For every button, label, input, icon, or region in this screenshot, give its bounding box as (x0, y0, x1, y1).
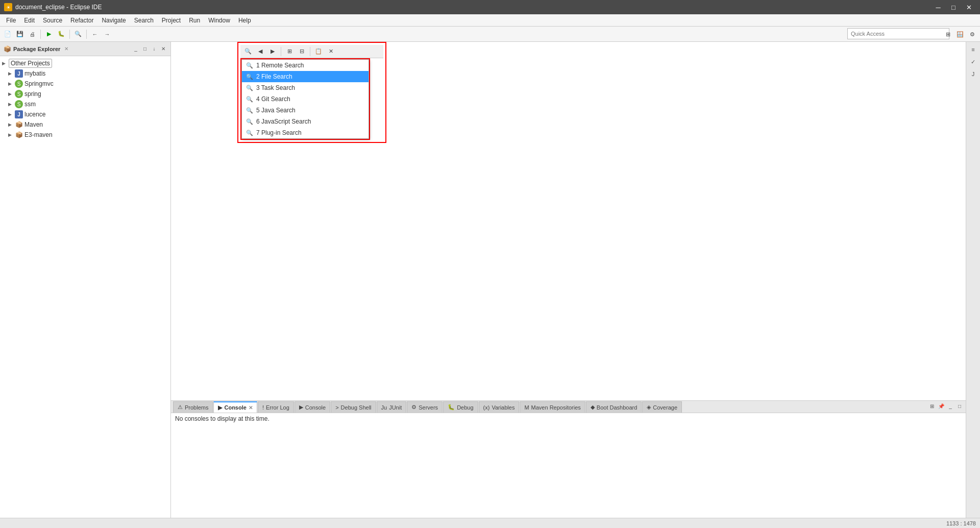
search-type-label: 3 Task Search (256, 84, 295, 91)
tree-item-other-projects[interactable]: ▶ Other Projects (0, 58, 170, 68)
tree-item-spring[interactable]: ▶ S spring (0, 89, 170, 99)
tree-item-springmvc[interactable]: ▶ S Springmvc (0, 79, 170, 89)
tab-label: Error Log (266, 404, 289, 411)
settings-button[interactable]: ⚙ (967, 29, 978, 40)
search-type-javascript[interactable]: 🔍 6 JavaScript Search (242, 116, 369, 127)
menu-help[interactable]: Help (234, 14, 255, 26)
tab-label: Servers (419, 404, 438, 411)
minimize-panel-button[interactable]: _ (132, 45, 140, 53)
run-button[interactable]: ▶ (43, 29, 55, 40)
tree-item-mybatis[interactable]: ▶ J mybatis (0, 68, 170, 79)
search-type-java[interactable]: 🔍 5 Java Search (242, 105, 369, 116)
quick-access-input[interactable] (847, 28, 949, 39)
content-area: 🔍 ◀ ▶ ⊞ ⊟ 📋 ✕ 🔍 1 Remo (171, 42, 966, 518)
tab-junit[interactable]: Ju JUnit (377, 401, 407, 413)
menu-file[interactable]: File (2, 14, 20, 26)
console-message: No consoles to display at this time. (175, 415, 270, 422)
menu-window[interactable]: Window (204, 14, 234, 26)
project-label: Springmvc (24, 80, 54, 87)
search-type-git[interactable]: 🔍 4 Git Search (242, 93, 369, 105)
menu-bar: File Edit Source Refactor Navigate Searc… (0, 14, 980, 27)
search-type-label: 4 Git Search (256, 95, 290, 103)
print-button[interactable]: 🖨 (27, 29, 38, 40)
search-tool-btn-6[interactable]: 📋 (313, 46, 324, 57)
minimize-bottom-button[interactable]: _ (946, 402, 954, 410)
project-label: lucence (24, 111, 45, 118)
menu-run[interactable]: Run (185, 14, 204, 26)
search-type-plugin[interactable]: 🔍 7 Plug-in Search (242, 127, 369, 138)
tab-boot-dashboard[interactable]: ◆ Boot Dashboard (586, 401, 642, 413)
pin-button[interactable]: 📌 (937, 402, 945, 410)
collapse-panel-button[interactable]: ↓ (150, 45, 158, 53)
search-type-task[interactable]: 🔍 3 Task Search (242, 82, 369, 93)
tab-icon: M (524, 404, 529, 411)
search-type-remote[interactable]: 🔍 1 Remote Search (242, 60, 369, 71)
save-button[interactable]: 💾 (14, 29, 26, 40)
minimize-button[interactable]: ─ (931, 2, 945, 13)
tree-item-ssm[interactable]: ▶ S ssm (0, 99, 170, 109)
menu-navigate[interactable]: Navigate (97, 14, 130, 26)
close-panel-button[interactable]: ✕ (159, 45, 167, 53)
search-tool-btn-4[interactable]: ⊞ (284, 46, 295, 57)
menu-refactor[interactable]: Refactor (66, 14, 97, 26)
toolbar: 📄 💾 🖨 ▶ 🐛 🔍 ← → ⊞ 🪟 ⚙ (0, 27, 980, 42)
tab-variables[interactable]: (x) Variables (479, 401, 520, 413)
separator (310, 47, 310, 56)
tab-maven-repositories[interactable]: M Maven Repositories (520, 401, 585, 413)
debug-button[interactable]: 🐛 (56, 29, 67, 40)
right-sidebar-btn-3[interactable]: J (968, 68, 979, 80)
tree-item-e3maven[interactable]: ▶ 📦 E3-maven (0, 130, 170, 140)
tab-debug-shell[interactable]: > Debug Shell (331, 401, 376, 413)
right-sidebar-btn-1[interactable]: ≡ (968, 44, 979, 55)
right-sidebar-btn-2[interactable]: ✓ (968, 56, 979, 67)
project-label: spring (24, 90, 41, 98)
maximize-panel-button[interactable]: □ (141, 45, 149, 53)
expand-arrow: ▶ (8, 112, 13, 117)
menu-project[interactable]: Project (158, 14, 185, 26)
search-icon: 🔍 (246, 107, 253, 114)
tab-coverage[interactable]: ◈ Coverage (642, 401, 682, 413)
left-panel: 📦 Package Explorer ✕ _ □ ↓ ✕ ▶ Other Pro… (0, 42, 171, 518)
tab-close-icon[interactable]: ✕ (249, 405, 253, 411)
new-button[interactable]: 📄 (2, 29, 13, 40)
tab-icon: ▶ (299, 404, 303, 411)
search-tool-btn-1[interactable]: 🔍 (242, 46, 254, 57)
search-tool-btn-7[interactable]: ✕ (325, 46, 336, 57)
perspective-button[interactable]: 🪟 (954, 29, 966, 40)
search-button[interactable]: 🔍 (72, 29, 84, 40)
tab-problems[interactable]: ⚠ Problems (173, 401, 213, 413)
tab-icon: (x) (483, 404, 490, 411)
tab-error-log[interactable]: ! Error Log (258, 401, 294, 413)
tab-label: Variables (492, 404, 514, 411)
tab-console[interactable]: ▶ Console ✕ (213, 401, 257, 413)
title-bar: ☀ document_eclipse - Eclipse IDE ─ □ ✕ (0, 0, 980, 14)
menu-edit[interactable]: Edit (20, 14, 39, 26)
tree-item-lucence[interactable]: ▶ J lucence (0, 109, 170, 119)
search-tool-btn-3[interactable]: ▶ (267, 46, 278, 57)
tree-item-maven[interactable]: ▶ 📦 Maven (0, 119, 170, 130)
back-button[interactable]: ← (89, 29, 101, 40)
tab-label: Console (224, 404, 246, 411)
expand-arrow: ▶ (8, 71, 13, 76)
tab-servers[interactable]: ⚙ Servers (407, 401, 443, 413)
open-perspective-button[interactable]: ⊞ (942, 29, 953, 40)
menu-source[interactable]: Source (39, 14, 66, 26)
search-type-file[interactable]: 🔍 2 File Search (242, 71, 369, 82)
maximize-button[interactable]: □ (946, 2, 961, 13)
tab-icon: ◈ (647, 404, 651, 411)
tab-console-2[interactable]: ▶ Console (295, 401, 330, 413)
close-button[interactable]: ✕ (962, 2, 976, 13)
bottom-panel: ⚠ Problems ▶ Console ✕ ! Error Log ▶ Con… (171, 400, 966, 518)
menu-search[interactable]: Search (130, 14, 158, 26)
forward-button[interactable]: → (102, 29, 113, 40)
search-tool-btn-5[interactable]: ⊟ (296, 46, 307, 57)
tree: ▶ Other Projects ▶ J mybatis ▶ S Springm… (0, 56, 170, 518)
maximize-bottom-button[interactable]: □ (955, 402, 964, 410)
spring-icon: S (15, 90, 23, 98)
search-tool-btn-2[interactable]: ◀ (255, 46, 266, 57)
separator (281, 47, 281, 56)
new-console-button[interactable]: ⊞ (928, 402, 936, 410)
status-bar: 1133 : 1478 (0, 518, 980, 528)
toolbar-right-icons: ⊞ 🪟 ⚙ (942, 29, 978, 40)
tab-debug[interactable]: 🐛 Debug (443, 401, 478, 413)
